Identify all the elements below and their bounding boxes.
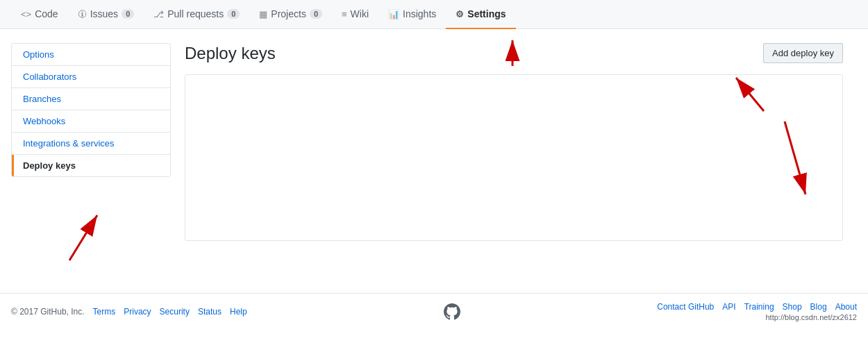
nav-code-label: Code <box>35 8 58 19</box>
nav-pull-requests-label: Pull requests <box>167 8 224 19</box>
wiki-icon: ≡ <box>342 9 347 19</box>
nav-settings-label: Settings <box>467 8 506 19</box>
footer-privacy[interactable]: Privacy <box>124 307 151 317</box>
sidebar-item-integrations[interactable]: Integrations & services <box>12 133 170 155</box>
content-header: Deploy keys Add deploy key <box>185 43 843 63</box>
footer-left: © 2017 GitHub, Inc. Terms Privacy Securi… <box>11 307 247 317</box>
page-title: Deploy keys <box>185 44 276 63</box>
nav-code[interactable]: <> Code <box>11 0 68 29</box>
pull-requests-icon: ⎇ <box>153 9 164 19</box>
projects-badge: 0 <box>310 9 322 19</box>
nav-insights-label: Insights <box>403 8 436 19</box>
footer-right-links: Contact GitHub API Training Shop Blog Ab… <box>657 302 857 312</box>
issues-icon: 🛈 <box>78 9 87 19</box>
nav-wiki-label: Wiki <box>351 8 369 19</box>
insights-icon: 📊 <box>388 9 399 19</box>
footer-training[interactable]: Training <box>744 302 774 312</box>
footer-status[interactable]: Status <box>198 307 222 317</box>
nav-wiki[interactable]: ≡ Wiki <box>332 0 378 29</box>
footer-right: Contact GitHub API Training Shop Blog Ab… <box>657 302 857 321</box>
footer-api[interactable]: API <box>722 302 735 312</box>
deploy-keys-list <box>185 74 843 241</box>
sidebar-item-branches[interactable]: Branches <box>12 88 170 110</box>
copyright: © 2017 GitHub, Inc. <box>11 307 85 317</box>
footer-help[interactable]: Help <box>230 307 247 317</box>
nav-insights[interactable]: 📊 Insights <box>378 0 446 29</box>
nav-projects[interactable]: ▦ Projects 0 <box>249 0 332 29</box>
code-icon: <> <box>21 9 31 19</box>
footer-security[interactable]: Security <box>160 307 190 317</box>
content-area: Deploy keys Add deploy key <box>171 43 857 279</box>
footer-terms[interactable]: Terms <box>93 307 116 317</box>
watermark: http://blog.csdn.net/zx2612 <box>766 313 857 321</box>
page-footer: © 2017 GitHub, Inc. Terms Privacy Securi… <box>0 293 868 330</box>
sidebar-item-options[interactable]: Options <box>12 44 170 66</box>
projects-icon: ▦ <box>259 9 267 19</box>
sidebar-item-deploy-keys[interactable]: Deploy keys <box>12 155 170 176</box>
main-container: Options Collaborators Branches Webhooks … <box>0 29 868 293</box>
nav-projects-label: Projects <box>271 8 306 19</box>
pull-requests-badge: 0 <box>227 9 240 19</box>
footer-logo <box>444 303 460 320</box>
sidebar-item-webhooks[interactable]: Webhooks <box>12 110 170 133</box>
nav-settings[interactable]: ⚙ Settings <box>446 0 515 29</box>
nav-pull-requests[interactable]: ⎇ Pull requests 0 <box>144 0 249 29</box>
footer-contact-github[interactable]: Contact GitHub <box>657 302 714 312</box>
issues-badge: 0 <box>122 9 134 19</box>
nav-issues-label: Issues <box>90 8 118 19</box>
footer-blog[interactable]: Blog <box>810 302 827 312</box>
footer-about[interactable]: About <box>835 302 857 312</box>
nav-issues[interactable]: 🛈 Issues 0 <box>68 0 144 29</box>
add-deploy-key-button[interactable]: Add deploy key <box>763 43 843 63</box>
repo-nav: <> Code 🛈 Issues 0 ⎇ Pull requests 0 ▦ P… <box>0 0 868 29</box>
settings-sidebar: Options Collaborators Branches Webhooks … <box>11 43 171 177</box>
footer-shop[interactable]: Shop <box>783 302 802 312</box>
settings-icon: ⚙ <box>456 9 464 19</box>
sidebar-item-collaborators[interactable]: Collaborators <box>12 66 170 88</box>
